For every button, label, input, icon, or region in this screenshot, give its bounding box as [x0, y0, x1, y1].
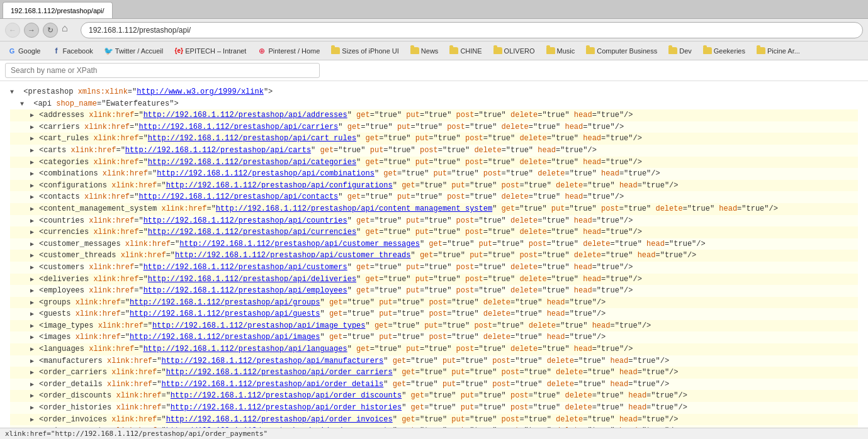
address-text: 192.168.1.112/prestashop/api/: [89, 26, 191, 35]
bookmark-music[interactable]: Music: [541, 46, 580, 56]
xml-resource-row: ▶<currencies xlink:href="http://192.168.…: [10, 226, 858, 238]
bookmark-news[interactable]: News: [405, 46, 444, 56]
bookmark-label: Geekeries: [714, 47, 745, 55]
xml-resource-row: ▶<cart_rules xlink:href="http://192.168.…: [10, 133, 858, 145]
twitter-icon: 🐦: [104, 47, 113, 55]
xml-resource-row: ▶<image_types xlink:href="http://192.168…: [10, 320, 858, 332]
row-expand[interactable]: ▶: [30, 181, 39, 191]
address-bar[interactable]: 192.168.1.112/prestashop/api/: [81, 22, 863, 38]
row-expand[interactable]: ▶: [30, 321, 39, 331]
row-expand[interactable]: ▶: [30, 228, 39, 238]
bookmark-label: OLIVERO: [504, 47, 535, 55]
forward-button[interactable]: →: [24, 23, 39, 38]
row-expand[interactable]: ▶: [30, 333, 39, 343]
bookmark-label: Facebook: [62, 47, 93, 55]
row-expand[interactable]: ▶: [30, 146, 39, 156]
xml-resource-row: ▶<customer_threads xlink:href="http://19…: [10, 250, 858, 262]
xml-resource-row: ▶<configurations xlink:href="http://192.…: [10, 180, 858, 192]
xml-resource-row: ▶<contacts xlink:href="http://192.168.1.…: [10, 191, 858, 203]
row-expand[interactable]: ▶: [30, 204, 39, 214]
bookmark-chine[interactable]: CHINE: [444, 46, 487, 56]
bookmarks-bar: G Google f Facebook 🐦 Twitter / Accueil …: [0, 42, 868, 60]
xml-resource-row: ▶<order_invoices xlink:href="http://192.…: [10, 414, 858, 426]
root-expand[interactable]: ▼: [10, 87, 19, 97]
bookmark-label: Picine Ar...: [767, 47, 800, 55]
bookmark-google[interactable]: G Google: [3, 45, 45, 57]
xml-resource-row: ▶<guests xlink:href="http://192.168.1.11…: [10, 308, 858, 320]
bookmark-label: CHINE: [460, 47, 482, 55]
row-expand[interactable]: ▶: [30, 391, 39, 401]
bookmark-label: News: [421, 47, 439, 55]
api-expand[interactable]: ▼: [20, 99, 29, 109]
xml-resource-row: ▶<content_management_system xlink:href="…: [10, 203, 858, 215]
row-expand[interactable]: ▶: [30, 368, 39, 378]
row-expand[interactable]: ▶: [30, 380, 39, 390]
bookmark-label: Music: [557, 47, 575, 55]
bookmark-dev[interactable]: Dev: [663, 46, 697, 56]
row-expand[interactable]: ▶: [30, 192, 39, 203]
xml-resource-row: ▶<order_discounts xlink:href="http://192…: [10, 390, 858, 402]
row-expand[interactable]: ▶: [30, 251, 39, 261]
search-input[interactable]: [5, 63, 320, 78]
xml-resource-row: ▶<manufacturers xlink:href="http://192.1…: [10, 355, 858, 367]
bookmark-label: Sizes of iPhone UI: [342, 47, 399, 55]
folder-icon: [757, 47, 765, 54]
back-button[interactable]: ←: [5, 23, 20, 38]
row-expand[interactable]: ▶: [30, 298, 39, 308]
home-button[interactable]: ⌂: [62, 23, 77, 38]
row-expand[interactable]: ▶: [30, 216, 39, 226]
bookmark-facebook[interactable]: f Facebook: [47, 45, 98, 57]
row-expand[interactable]: ▶: [30, 345, 39, 355]
forward-icon: →: [28, 26, 35, 35]
bookmark-olivero[interactable]: OLIVERO: [488, 46, 540, 56]
xml-resource-row: ▶<countries xlink:href="http://192.168.1…: [10, 215, 858, 227]
folder-icon: [331, 47, 340, 54]
folder-icon: [546, 47, 555, 54]
resource-rows: ▶<addresses xlink:href="http://192.168.1…: [10, 109, 858, 437]
nav-bar: ← → ↻ ⌂ 192.168.1.112/prestashop/api/: [0, 19, 868, 42]
row-expand[interactable]: ▶: [30, 123, 39, 133]
bookmark-picine[interactable]: Picine Ar...: [752, 46, 805, 56]
folder-icon: [668, 47, 677, 54]
bookmark-label: Computer Business: [597, 47, 657, 55]
bookmark-twitter[interactable]: 🐦 Twitter / Accueil: [99, 45, 168, 57]
xml-resource-row: ▶<customers xlink:href="http://192.168.1…: [10, 262, 858, 274]
bookmark-computer-business[interactable]: Computer Business: [581, 46, 662, 56]
bookmark-label: Dev: [679, 47, 692, 55]
row-expand[interactable]: ▶: [30, 134, 39, 144]
status-bar: xlink:href="http://192.168.1.112/prestas…: [0, 428, 868, 439]
row-expand[interactable]: ▶: [30, 275, 39, 285]
row-expand[interactable]: ▶: [30, 357, 39, 367]
xml-resource-row: ▶<languages xlink:href="http://192.168.1…: [10, 343, 858, 355]
xml-resource-row: ▶<order_details xlink:href="http://192.1…: [10, 379, 858, 391]
row-expand[interactable]: ▶: [30, 263, 39, 273]
reload-button[interactable]: ↻: [43, 23, 58, 38]
row-expand[interactable]: ▶: [30, 169, 39, 179]
bookmark-epitech[interactable]: {e} EPITECH – Intranet: [169, 45, 251, 57]
xml-prestashop-root: ▼ <prestashop xmlns:xlink="http://www.w3…: [10, 86, 858, 98]
row-expand[interactable]: ▶: [30, 111, 39, 121]
active-tab[interactable]: 192.168.1.112/prestashop/api/: [3, 2, 113, 18]
bookmark-label: Twitter / Accueil: [115, 47, 163, 55]
facebook-icon: f: [52, 47, 60, 55]
xml-resource-row: ▶<carriers xlink:href="http://192.168.1.…: [10, 121, 858, 133]
xml-tree: ▼ <prestashop xmlns:xlink="http://www.w3…: [10, 86, 858, 437]
xml-resource-row: ▶<addresses xlink:href="http://192.168.1…: [10, 109, 858, 121]
row-expand[interactable]: ▶: [30, 240, 39, 250]
bookmark-label: Google: [18, 47, 40, 55]
folder-icon: [410, 47, 419, 54]
xml-resource-row: ▶<combinations xlink:href="http://192.16…: [10, 168, 858, 180]
row-expand[interactable]: ▶: [30, 286, 39, 296]
bookmark-label: Pinterest / Home: [268, 47, 320, 55]
bookmark-geekeries[interactable]: Geekeries: [698, 46, 750, 56]
xml-resource-row: ▶<carts xlink:href="http://192.168.1.112…: [10, 145, 858, 157]
row-expand[interactable]: ▶: [30, 403, 39, 413]
bookmark-iphone-sizes[interactable]: Sizes of iPhone UI: [326, 46, 404, 56]
row-expand[interactable]: ▶: [30, 158, 39, 168]
xpath-search-bar: [0, 60, 868, 81]
row-expand[interactable]: ▶: [30, 415, 39, 425]
row-expand[interactable]: ▶: [30, 309, 39, 320]
bookmark-pinterest[interactable]: ⊕ Pinterest / Home: [252, 45, 325, 57]
xml-resource-row: ▶<employees xlink:href="http://192.168.1…: [10, 285, 858, 297]
epitech-icon: {e}: [174, 47, 183, 55]
